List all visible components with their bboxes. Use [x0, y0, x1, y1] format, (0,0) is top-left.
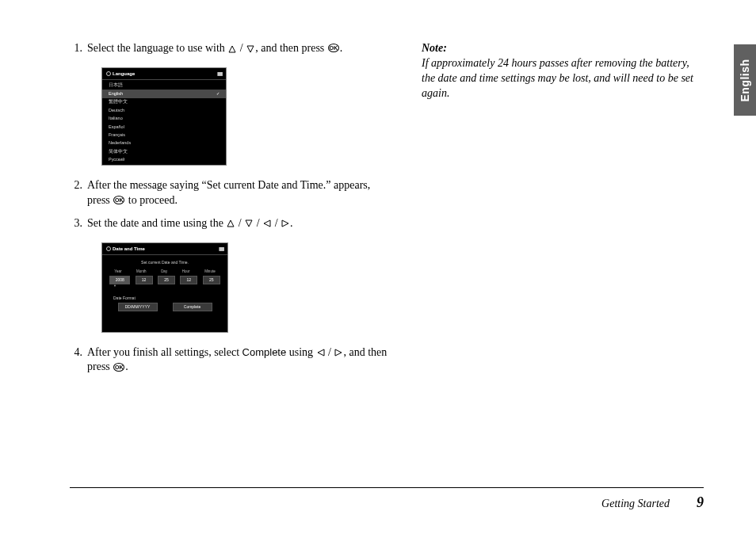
svg-marker-6: [318, 349, 324, 356]
language-side-tab: English: [734, 44, 756, 116]
note-body: If approximately 24 hours passes after r…: [422, 56, 703, 101]
note-heading: Note:: [422, 41, 703, 56]
step-body: Set the date and time using the / / / .: [87, 216, 395, 231]
svg-marker-7: [335, 349, 342, 356]
date-format-value: DD/MM/YYYY: [118, 303, 158, 311]
step-number: 2.: [70, 178, 87, 208]
arrow-right-icon: [334, 349, 342, 357]
dt-bottom-row: DD/MM/YYYY Complete: [102, 303, 227, 311]
arrow-right-icon: [281, 219, 289, 227]
side-tab-label: English: [738, 59, 753, 101]
list-item: Nederlands: [102, 139, 226, 147]
list-item: Deutsch: [102, 106, 226, 114]
steps-list: 1. Select the language to use with / , a…: [70, 41, 395, 375]
svg-marker-2: [227, 220, 234, 227]
figure-titlebar: Date and Time ▮▮▮: [102, 243, 227, 255]
list-item: Français: [102, 132, 226, 139]
arrow-left-icon: [317, 349, 325, 357]
figure-message: Set current Date and Time.: [102, 255, 227, 270]
step-number: 4.: [70, 345, 87, 376]
clock-icon: [106, 246, 111, 251]
svg-marker-5: [282, 220, 288, 227]
dt-values-row: 2008 12 25 12 25: [102, 276, 227, 284]
step-body: Select the language to use with / , and …: [87, 41, 395, 56]
page-footer: Getting Started 9: [70, 487, 704, 512]
battery-icon: ▮▮▮: [219, 246, 223, 252]
right-column: Note: If approximately 24 hours passes a…: [422, 41, 703, 383]
date-format-label: Date Format: [102, 288, 227, 303]
step-3: 3. Set the date and time using the / / /…: [70, 216, 395, 231]
footer-page-number: 9: [697, 493, 704, 512]
arrow-up-icon: [227, 219, 235, 227]
language-list: 日本語 English 繁體中文 Deutsch Italiano Españo…: [102, 80, 226, 166]
step-number: 3.: [70, 216, 87, 231]
list-item: Русский: [102, 156, 226, 164]
footer-section: Getting Started: [601, 497, 670, 512]
svg-marker-1: [247, 46, 254, 52]
step-body: After the message saying “Set current Da…: [87, 178, 395, 208]
gear-icon: [106, 71, 111, 76]
svg-marker-3: [246, 220, 252, 227]
list-item-selected: English: [102, 90, 226, 97]
arrow-left-icon: [263, 219, 271, 227]
battery-icon: ▮▮▮: [217, 71, 222, 77]
list-item: Español: [102, 123, 226, 131]
dt-labels-row: Year Month Day Hour Minute: [102, 269, 227, 274]
complete-button-figure: Complete: [173, 303, 212, 311]
svg-marker-4: [264, 220, 270, 227]
figure-titlebar: Language ▮▮▮: [102, 68, 226, 80]
arrow-down-icon: [245, 219, 253, 227]
list-item: 简体中文: [102, 147, 226, 155]
complete-ui-label: Complete: [242, 346, 287, 358]
left-column: 1. Select the language to use with / , a…: [70, 41, 395, 383]
content-columns: 1. Select the language to use with / , a…: [70, 41, 724, 383]
ok-button-icon: [113, 363, 124, 372]
list-item: Italiano: [102, 115, 226, 123]
arrow-down-icon: [246, 45, 254, 53]
step-body: After you finish all settings, select Co…: [87, 345, 395, 376]
step-2: 2. After the message saying “Set current…: [70, 178, 395, 208]
datetime-screen-figure: Date and Time ▮▮▮ Set current Date and T…: [101, 242, 228, 333]
step-1: 1. Select the language to use with / , a…: [70, 41, 395, 56]
step-4: 4. After you finish all settings, select…: [70, 345, 395, 376]
language-screen-figure: Language ▮▮▮ 日本語 English 繁體中文 Deutsch It…: [101, 67, 227, 166]
step-number: 1.: [70, 41, 87, 56]
svg-marker-0: [229, 46, 235, 52]
list-item: 繁體中文: [102, 98, 226, 106]
list-item: 日本語: [102, 82, 226, 90]
ok-button-icon: [113, 196, 124, 204]
ok-button-icon: [328, 44, 339, 52]
arrow-up-icon: [228, 45, 236, 53]
